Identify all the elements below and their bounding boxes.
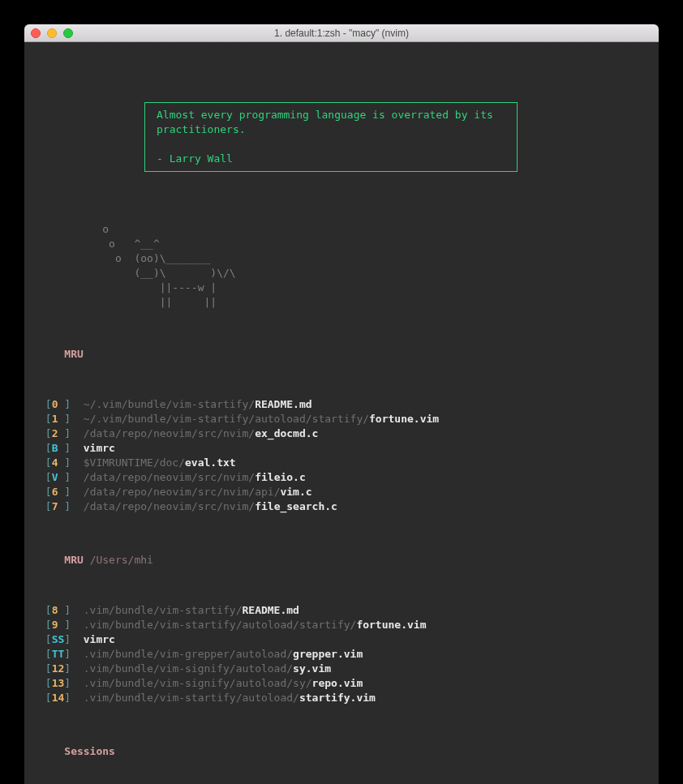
shortcut-key: TT [52, 648, 65, 660]
bracket-open: [ [45, 442, 52, 454]
bracket-close: ] [58, 413, 71, 425]
path-file: startify.vim [299, 692, 376, 704]
path-dir: $VIMRUNTIME/doc/ [84, 456, 185, 469]
path-file: fileio.c [255, 471, 306, 483]
terminal-content: Almost every programming language is ove… [24, 42, 659, 784]
section-mru-cwd: MRU /Users/mhi [64, 553, 153, 568]
bracket-close: ] [58, 604, 71, 616]
path-dir: .vim/bundle/vim-signify/autoload/sy/ [84, 677, 312, 689]
bracket-close: ] [58, 471, 71, 483]
path-file: vimrc [84, 633, 115, 645]
list-item[interactable]: [SS] vimrc [39, 632, 644, 647]
mru-cwd-list: [8 ] .vim/bundle/vim-startify/README.md … [39, 603, 644, 705]
bracket-open: [ [45, 619, 52, 631]
shortcut-key: 12 [52, 662, 65, 675]
bracket-open: [ [45, 604, 52, 616]
bracket-close: ] [58, 486, 71, 498]
bracket-open: [ [45, 398, 52, 410]
list-item[interactable]: [8 ] .vim/bundle/vim-startify/README.md [39, 603, 644, 618]
mru-list: [0 ] ~/.vim/bundle/vim-startify/README.m… [39, 397, 644, 514]
list-item[interactable]: [TT] .vim/bundle/vim-grepper/autoload/gr… [39, 647, 644, 662]
bracket-open: [ [45, 471, 52, 483]
bracket-close: ] [64, 677, 71, 689]
path-dir: .vim/bundle/vim-startify/ [84, 604, 243, 616]
window-title: 1. default:1:zsh - "macy" (nvim) [24, 28, 659, 39]
path-file: vim.c [280, 486, 311, 498]
list-item[interactable]: [13] .vim/bundle/vim-signify/autoload/sy… [39, 676, 644, 691]
path-dir: /data/repo/neovim/src/nvim/api/ [84, 486, 281, 498]
bracket-close: ] [64, 662, 71, 675]
bracket-close: ] [58, 456, 71, 469]
bracket-open: [ [45, 500, 52, 512]
list-item[interactable]: [4 ] $VIMRUNTIME/doc/eval.txt [39, 456, 644, 470]
list-item[interactable]: [6 ] /data/repo/neovim/src/nvim/api/vim.… [39, 485, 644, 499]
fortune-quote: Almost every programming language is ove… [144, 102, 518, 172]
bracket-close: ] [64, 692, 71, 704]
bracket-open: [ [45, 662, 52, 675]
quote-author: - Larry Wall [157, 152, 233, 165]
list-item[interactable]: [2 ] /data/repo/neovim/src/nvim/ex_docmd… [39, 426, 644, 441]
path-file: README.md [242, 604, 299, 616]
list-item[interactable]: [V ] /data/repo/neovim/src/nvim/fileio.c [39, 470, 644, 485]
bracket-close: ] [58, 619, 71, 631]
bracket-open: [ [45, 413, 52, 425]
path-file: README.md [255, 398, 311, 410]
titlebar[interactable]: 1. default:1:zsh - "macy" (nvim) [24, 24, 659, 42]
list-item[interactable]: [7 ] /data/repo/neovim/src/nvim/file_sea… [39, 499, 644, 514]
minimize-icon[interactable] [47, 28, 57, 38]
path-file: fortune.vim [369, 413, 439, 425]
list-item[interactable]: [B ] vimrc [39, 441, 644, 456]
path-file: vimrc [84, 442, 115, 454]
zoom-icon[interactable] [63, 28, 73, 38]
bracket-close: ] [58, 442, 71, 454]
terminal-window: 1. default:1:zsh - "macy" (nvim) Almost … [24, 24, 659, 784]
path-dir: /data/repo/neovim/src/nvim/ [84, 471, 255, 483]
list-item[interactable]: [14] .vim/bundle/vim-startify/autoload/s… [39, 691, 644, 705]
path-dir: /data/repo/neovim/src/nvim/ [84, 427, 255, 439]
path-dir: .vim/bundle/vim-startify/autoload/starti… [84, 619, 357, 631]
bracket-close: ] [64, 633, 71, 645]
section-sessions: Sessions [64, 744, 115, 759]
path-dir: /data/repo/neovim/src/nvim/ [84, 500, 255, 512]
list-item[interactable]: [1 ] ~/.vim/bundle/vim-startify/autoload… [39, 412, 644, 426]
path-file: repo.vim [312, 677, 363, 689]
bracket-open: [ [45, 677, 52, 689]
path-dir: .vim/bundle/vim-startify/autoload/ [84, 692, 299, 704]
path-file: ex_docmd.c [255, 427, 318, 439]
list-item[interactable]: [0 ] ~/.vim/bundle/vim-startify/README.m… [39, 397, 644, 412]
shortcut-key: 14 [52, 692, 65, 704]
bracket-close: ] [58, 500, 71, 512]
path-file: fortune.vim [356, 619, 426, 631]
shortcut-key: SS [52, 633, 65, 645]
list-item[interactable]: [9 ] .vim/bundle/vim-startify/autoload/s… [39, 618, 644, 632]
bracket-close: ] [58, 398, 71, 410]
bracket-close: ] [58, 427, 71, 439]
section-mru: MRU [64, 347, 83, 362]
path-dir: .vim/bundle/vim-grepper/autoload/ [84, 648, 293, 660]
path-file: sy.vim [293, 662, 331, 675]
window-controls [24, 28, 73, 38]
mru-cwd-path: /Users/mhi [90, 554, 153, 566]
quote-text: Almost every programming language is ove… [157, 109, 500, 135]
path-file: file_search.c [255, 500, 337, 512]
bracket-open: [ [45, 486, 52, 498]
path-file: eval.txt [185, 456, 236, 469]
bracket-open: [ [45, 456, 52, 469]
shortcut-key: 13 [52, 677, 65, 689]
close-icon[interactable] [31, 28, 41, 38]
path-file: grepper.vim [293, 648, 363, 660]
bracket-close: ] [64, 648, 71, 660]
path-dir: ~/.vim/bundle/vim-startify/ [84, 398, 255, 410]
path-dir: ~/.vim/bundle/vim-startify/autoload/star… [84, 413, 369, 425]
bracket-open: [ [45, 633, 52, 645]
bracket-open: [ [45, 427, 52, 439]
list-item[interactable]: [12] .vim/bundle/vim-signify/autoload/sy… [39, 662, 644, 676]
bracket-open: [ [45, 692, 52, 704]
ascii-art-cow: o o ^__^ o (oo)\_______ (__)\ )\/\ ||---… [39, 222, 644, 310]
bracket-open: [ [45, 648, 52, 660]
path-dir: .vim/bundle/vim-signify/autoload/ [84, 662, 293, 675]
